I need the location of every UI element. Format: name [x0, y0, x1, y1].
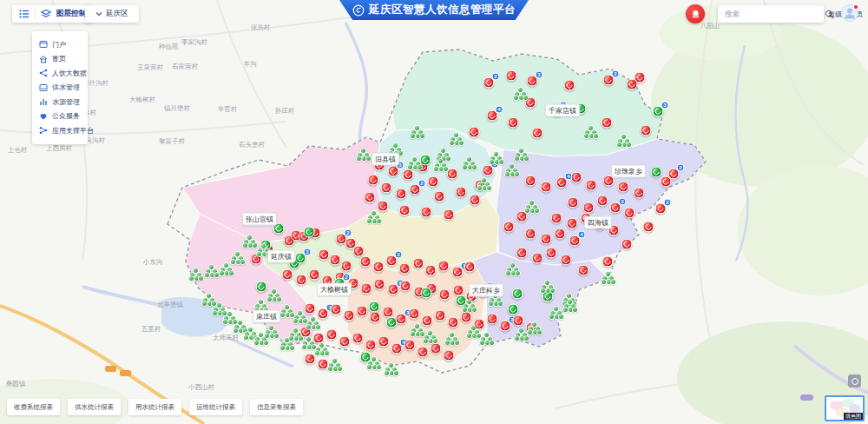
map-marker-cluster[interactable] [462, 156, 477, 170]
layer-control-button[interactable]: 图层控制 [12, 5, 93, 23]
map-marker-red[interactable]: 2 [500, 321, 511, 332]
map-marker-red[interactable]: 4 [487, 110, 498, 122]
map-marker-red[interactable] [508, 117, 519, 129]
map-marker-cluster[interactable] [513, 87, 529, 101]
map-marker-red[interactable] [564, 80, 575, 91]
map-marker-red[interactable] [319, 249, 330, 261]
map-marker-green[interactable] [369, 301, 380, 313]
map-marker-cluster[interactable] [616, 134, 632, 148]
map-marker-red[interactable] [621, 239, 633, 250]
map-marker-red[interactable] [435, 310, 446, 321]
map-marker-red[interactable]: 3 [386, 255, 398, 267]
map-marker-cluster[interactable] [505, 262, 521, 276]
basemap-switcher-thumbnail[interactable]: 填色图 [825, 395, 865, 421]
map-marker-cluster[interactable] [356, 148, 372, 162]
map-marker-red[interactable] [352, 333, 364, 344]
map-marker-red[interactable] [361, 283, 372, 295]
map-marker-red[interactable] [428, 176, 439, 188]
menu-item-7[interactable]: 应用支撑平台 [32, 123, 88, 138]
report-button-1[interactable]: 收费系统报表 [7, 399, 60, 415]
map-marker-green[interactable]: 3 [653, 106, 664, 117]
map-marker-red[interactable] [339, 336, 351, 348]
map-locate-button[interactable] [848, 374, 861, 388]
map-marker-red[interactable] [296, 275, 307, 286]
map-marker-red[interactable] [567, 218, 578, 229]
map-marker-red[interactable] [532, 128, 543, 139]
map-marker-green[interactable] [256, 282, 267, 293]
district-dropdown[interactable]: 延庆区 [85, 5, 139, 23]
map-marker-red[interactable] [571, 172, 582, 183]
map-marker-red[interactable] [326, 329, 338, 341]
map-marker-red[interactable] [448, 317, 459, 328]
map-marker-cluster[interactable] [540, 280, 556, 294]
map-marker-red[interactable] [381, 182, 392, 194]
report-button-2[interactable]: 供水统计报表 [68, 399, 121, 415]
map-marker-red[interactable] [513, 315, 524, 327]
map-marker-red[interactable] [503, 222, 515, 233]
map-marker-red[interactable] [541, 182, 552, 193]
map-marker-cluster[interactable] [527, 321, 542, 335]
user-avatar[interactable] [841, 4, 858, 22]
map-marker-red[interactable] [368, 175, 379, 186]
map-marker-red[interactable]: 3 [388, 166, 399, 177]
map-marker-cluster[interactable] [279, 337, 295, 351]
menu-item-1[interactable]: 门户 [32, 37, 88, 52]
map-marker-red[interactable] [602, 256, 614, 268]
map-marker-red[interactable] [360, 256, 372, 268]
menu-item-6[interactable]: 公众服务 [32, 109, 88, 124]
map-marker-red[interactable] [461, 312, 472, 323]
map-marker-red[interactable] [413, 258, 424, 269]
map-marker-red[interactable] [469, 127, 480, 138]
map-marker-red[interactable]: 4 [569, 235, 581, 247]
map-marker-red[interactable] [370, 312, 381, 323]
map-marker-red[interactable] [444, 209, 455, 221]
map-marker-cluster[interactable] [444, 332, 460, 346]
menu-item-3[interactable]: 人饮大数据 [32, 66, 88, 81]
menu-item-2[interactable]: 首页 [32, 52, 88, 67]
map-marker-green[interactable] [386, 317, 398, 328]
report-button-3[interactable]: 用水统计报表 [128, 399, 181, 415]
map-marker-red[interactable] [516, 248, 528, 259]
map-marker-red[interactable]: 2 [655, 203, 667, 215]
map-marker-cluster[interactable] [583, 125, 599, 139]
map-marker-cluster[interactable] [410, 125, 425, 139]
map-marker-red[interactable] [641, 125, 652, 136]
map-marker-cluster[interactable] [562, 299, 578, 313]
menu-item-5[interactable]: 水源管理 [32, 95, 88, 109]
map-marker-red[interactable]: 4 [391, 343, 403, 354]
map-marker-red[interactable] [438, 261, 450, 272]
report-button-5[interactable]: 信息采集报表 [250, 399, 303, 415]
map-marker-cluster[interactable] [219, 262, 234, 276]
map-marker-red[interactable] [506, 70, 517, 82]
map-marker-red[interactable] [431, 343, 442, 354]
map-marker-green[interactable] [651, 167, 662, 178]
map-marker-red[interactable] [470, 195, 481, 206]
map-marker-red[interactable] [439, 289, 450, 301]
map-marker-cluster[interactable] [479, 332, 495, 346]
map-marker-red[interactable] [525, 229, 536, 240]
map-marker-cluster[interactable] [366, 356, 382, 370]
search-input[interactable] [718, 10, 825, 18]
map-marker-red[interactable] [532, 253, 543, 264]
map-marker-red[interactable] [425, 265, 437, 276]
map-marker-red[interactable]: 5 [483, 165, 494, 176]
map-marker-red[interactable] [546, 248, 557, 259]
map-marker-red[interactable] [330, 255, 341, 266]
map-marker-red[interactable] [624, 208, 635, 219]
map-marker-cluster[interactable] [504, 163, 520, 177]
map-marker-green[interactable]: 3 [295, 253, 306, 264]
map-marker-red[interactable] [661, 176, 672, 188]
map-marker-red[interactable] [525, 176, 536, 187]
map-marker-red[interactable]: 2 [410, 184, 421, 195]
map-marker-red[interactable] [403, 169, 414, 181]
map-marker-red[interactable] [399, 263, 411, 275]
map-marker-cluster[interactable] [264, 325, 279, 339]
map-marker-red[interactable] [309, 269, 320, 281]
map-marker-green[interactable] [508, 304, 519, 315]
map-marker-cluster[interactable] [366, 210, 382, 224]
map-marker-red[interactable] [331, 304, 342, 315]
map-marker-red[interactable] [282, 269, 293, 281]
map-marker-red[interactable] [634, 188, 645, 199]
map-marker-cluster[interactable] [314, 342, 330, 356]
map-marker-red[interactable] [404, 340, 416, 351]
